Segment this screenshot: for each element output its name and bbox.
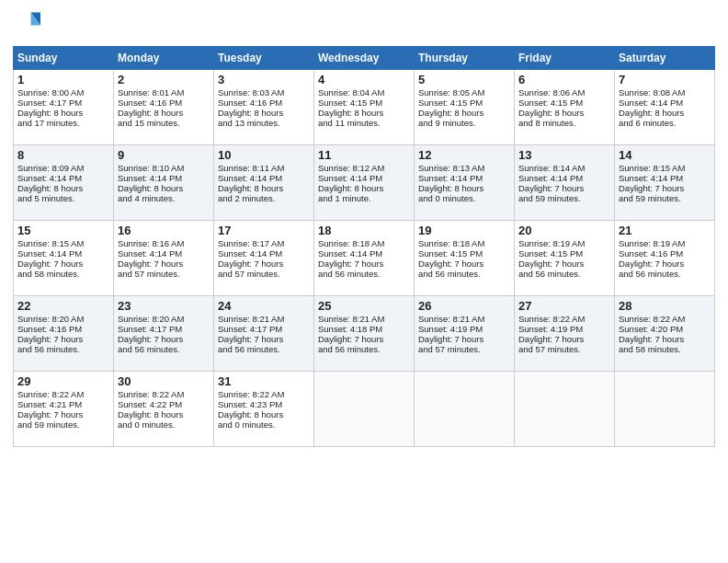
cell-info-line: and 56 minutes. [17,344,109,354]
day-number: 12 [418,148,510,162]
cell-info-line: Daylight: 8 hours [118,108,210,118]
cell-info-line: Sunset: 4:16 PM [17,324,109,334]
day-number: 27 [518,299,610,313]
cell-info-line: and 59 minutes. [17,419,109,430]
calendar-cell: 26Sunrise: 8:21 AMSunset: 4:19 PMDayligh… [415,296,515,372]
cell-info-line: Sunset: 4:14 PM [17,173,109,183]
cell-info-line: and 6 minutes. [619,118,711,128]
cell-info-line: Sunset: 4:17 PM [218,324,310,334]
day-number: 23 [118,299,210,313]
day-number: 3 [218,73,310,86]
calendar-cell: 3Sunrise: 8:03 AMSunset: 4:16 PMDaylight… [214,70,314,145]
cell-info-line: Sunset: 4:14 PM [17,248,109,259]
cell-info-line: Sunrise: 8:19 AM [518,238,610,248]
col-header-monday: Monday [114,47,214,70]
calendar-page: SundayMondayTuesdayWednesdayThursdayFrid… [0,0,728,563]
cell-info-line: Daylight: 7 hours [318,334,410,344]
cell-info-line: and 9 minutes. [418,118,510,128]
day-number: 29 [17,374,109,388]
cell-info-line: Sunrise: 8:11 AM [218,163,310,173]
cell-info-line: Sunrise: 8:16 AM [118,238,210,248]
day-number: 26 [418,299,510,313]
calendar-cell: 24Sunrise: 8:21 AMSunset: 4:17 PMDayligh… [214,296,314,372]
cell-info-line: Sunrise: 8:22 AM [17,389,109,399]
calendar-cell: 27Sunrise: 8:22 AMSunset: 4:19 PMDayligh… [515,296,615,372]
day-number: 14 [619,148,711,162]
cell-info-line: Sunset: 4:14 PM [118,248,210,259]
cell-info-line: Sunrise: 8:22 AM [218,389,310,399]
day-number: 13 [518,148,610,162]
col-header-tuesday: Tuesday [214,47,314,70]
logo [13,9,42,39]
cell-info-line: and 15 minutes. [118,118,210,128]
cell-info-line: Sunset: 4:17 PM [17,98,109,108]
cell-info-line: Sunset: 4:18 PM [318,324,410,334]
cell-info-line: Sunset: 4:21 PM [17,399,109,409]
cell-info-line: Daylight: 7 hours [418,259,510,269]
cell-info-line: Daylight: 8 hours [218,409,310,419]
day-number: 8 [17,148,109,162]
cell-info-line: Sunset: 4:19 PM [518,324,610,334]
cell-info-line: Daylight: 7 hours [418,334,510,344]
calendar-cell: 6Sunrise: 8:06 AMSunset: 4:15 PMDaylight… [515,70,615,145]
cell-info-line: Sunrise: 8:20 AM [118,314,210,324]
day-number: 1 [17,73,109,86]
cell-info-line: and 56 minutes. [518,269,610,279]
calendar-cell: 16Sunrise: 8:16 AMSunset: 4:14 PMDayligh… [114,221,214,296]
col-header-wednesday: Wednesday [314,47,415,70]
header [13,9,715,39]
cell-info-line: Daylight: 8 hours [218,108,310,118]
cell-info-line: Daylight: 8 hours [619,108,711,118]
calendar-cell: 2Sunrise: 8:01 AMSunset: 4:16 PMDaylight… [114,70,214,145]
cell-info-line: Daylight: 8 hours [318,183,410,193]
cell-info-line: Sunset: 4:22 PM [118,399,210,409]
cell-info-line: Sunrise: 8:03 AM [218,87,310,98]
calendar-cell: 30Sunrise: 8:22 AMSunset: 4:22 PMDayligh… [114,372,214,447]
day-number: 9 [118,148,210,162]
cell-info-line: Daylight: 7 hours [17,334,109,344]
calendar-cell: 23Sunrise: 8:20 AMSunset: 4:17 PMDayligh… [114,296,214,372]
cell-info-line: Daylight: 8 hours [218,183,310,193]
cell-info-line: Sunset: 4:15 PM [418,98,510,108]
day-number: 2 [118,73,210,86]
day-number: 7 [619,73,711,86]
calendar-cell: 11Sunrise: 8:12 AMSunset: 4:14 PMDayligh… [314,145,415,221]
calendar-cell: 21Sunrise: 8:19 AMSunset: 4:16 PMDayligh… [615,221,715,296]
calendar-table: SundayMondayTuesdayWednesdayThursdayFrid… [13,46,715,447]
cell-info-line: and 1 minute. [318,193,410,203]
cell-info-line: Sunrise: 8:01 AM [118,87,210,98]
day-number: 15 [17,224,109,237]
cell-info-line: Sunrise: 8:17 AM [218,238,310,248]
cell-info-line: Sunset: 4:16 PM [218,98,310,108]
day-number: 11 [318,148,410,162]
logo-icon [15,9,40,35]
calendar-cell [314,372,415,447]
calendar-cell: 13Sunrise: 8:14 AMSunset: 4:14 PMDayligh… [515,145,615,221]
calendar-cell: 5Sunrise: 8:05 AMSunset: 4:15 PMDaylight… [415,70,515,145]
calendar-cell: 31Sunrise: 8:22 AMSunset: 4:23 PMDayligh… [214,372,314,447]
calendar-cell: 29Sunrise: 8:22 AMSunset: 4:21 PMDayligh… [14,372,114,447]
cell-info-line: and 0 minutes. [118,419,210,430]
cell-info-line: Daylight: 8 hours [518,108,610,118]
col-header-sunday: Sunday [14,47,114,70]
cell-info-line: Sunset: 4:14 PM [318,173,410,183]
cell-info-line: Sunset: 4:19 PM [418,324,510,334]
day-number: 4 [318,73,410,86]
calendar-cell [615,372,715,447]
cell-info-line: Sunset: 4:16 PM [118,98,210,108]
cell-info-line: and 4 minutes. [118,193,210,203]
day-number: 19 [418,224,510,237]
cell-info-line: Sunset: 4:14 PM [619,98,711,108]
calendar-cell: 20Sunrise: 8:19 AMSunset: 4:15 PMDayligh… [515,221,615,296]
cell-info-line: Sunset: 4:15 PM [518,98,610,108]
cell-info-line: Sunrise: 8:22 AM [118,389,210,399]
cell-info-line: and 56 minutes. [118,344,210,354]
cell-info-line: and 17 minutes. [17,118,109,128]
cell-info-line: and 59 minutes. [518,193,610,203]
cell-info-line: Sunset: 4:17 PM [118,324,210,334]
cell-info-line: and 57 minutes. [118,269,210,279]
cell-info-line: Sunrise: 8:15 AM [17,238,109,248]
calendar-cell: 4Sunrise: 8:04 AMSunset: 4:15 PMDaylight… [314,70,415,145]
day-number: 20 [518,224,610,237]
cell-info-line: and 57 minutes. [418,344,510,354]
